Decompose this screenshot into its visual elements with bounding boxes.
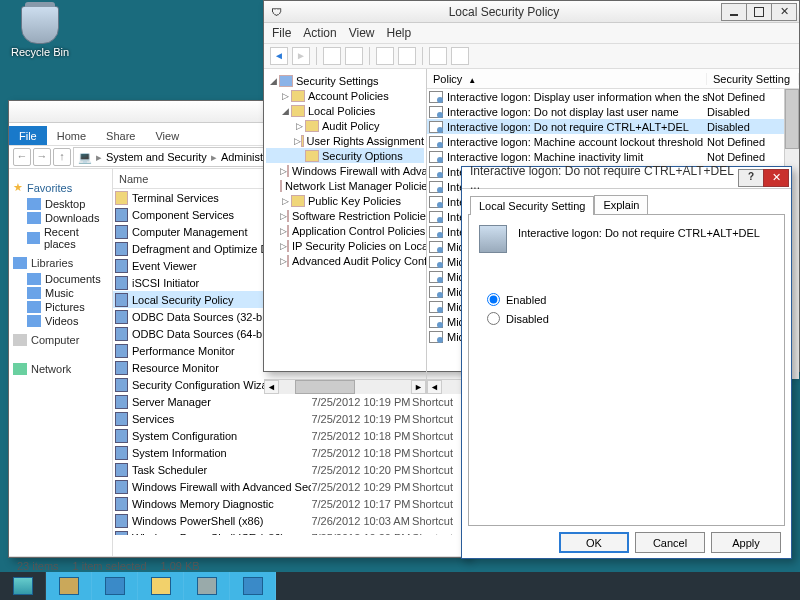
menu-help[interactable]: Help (387, 26, 412, 40)
expand-icon[interactable]: ▷ (294, 121, 305, 131)
list-item[interactable]: Server Manager7/25/2012 10:19 PMShortcut (113, 393, 467, 410)
policy-row[interactable]: Interactive logon: Machine account locko… (427, 134, 799, 149)
tree-node[interactable]: ▷Windows Firewall with Advan (266, 163, 424, 178)
policy-icon (429, 106, 443, 118)
taskbar-powershell[interactable] (92, 572, 138, 600)
expand-icon[interactable]: ▷ (280, 211, 287, 221)
list-item[interactable]: System Configuration7/25/2012 10:18 PMSh… (113, 427, 467, 444)
expand-icon[interactable]: ▷ (280, 256, 287, 266)
toolbar-back-button[interactable] (270, 47, 288, 65)
tree-node[interactable]: ▷Audit Policy (266, 118, 424, 133)
tree-horizontal-scrollbar[interactable]: ◄► (264, 379, 426, 394)
list-item[interactable]: Windows Firewall with Advanced Security7… (113, 478, 467, 495)
breadcrumb-seg-2[interactable]: Administ (221, 151, 263, 163)
nav-item-icon (27, 273, 41, 285)
taskbar-server-manager[interactable] (46, 572, 92, 600)
ok-button[interactable]: OK (559, 532, 629, 553)
expand-icon[interactable]: ▷ (280, 166, 287, 176)
toolbar-btn[interactable] (345, 47, 363, 65)
nav-item[interactable]: Desktop (13, 197, 108, 211)
list-item[interactable]: Services7/25/2012 10:19 PMShortcut (113, 410, 467, 427)
tree-node[interactable]: ▷Public Key Policies (266, 193, 424, 208)
radio-enabled[interactable]: Enabled (487, 293, 774, 306)
policy-row[interactable]: Interactive logon: Machine inactivity li… (427, 149, 799, 164)
toolbar-btn[interactable] (323, 47, 341, 65)
nav-computer[interactable]: Computer (13, 334, 108, 346)
nav-up-button[interactable]: ↑ (53, 148, 71, 166)
tab-home[interactable]: Home (47, 126, 96, 145)
taskbar-item[interactable] (230, 572, 276, 600)
help-button[interactable] (738, 169, 764, 187)
policy-icon (429, 331, 443, 343)
tree-node[interactable]: ◢Local Policies (266, 103, 424, 118)
tree-node[interactable]: ▷Software Restriction Policies (266, 208, 424, 223)
cancel-button[interactable]: Cancel (635, 532, 705, 553)
expand-icon[interactable]: ◢ (268, 76, 279, 86)
nav-forward-button[interactable]: → (33, 148, 51, 166)
column-header-setting[interactable]: Security Setting (707, 73, 799, 85)
maximize-button[interactable] (746, 3, 772, 21)
nav-item[interactable]: Videos (13, 314, 108, 328)
list-item[interactable]: Windows PowerShell (x86)7/26/2012 10:03 … (113, 512, 467, 529)
expand-icon[interactable]: ▷ (294, 136, 301, 146)
taskbar-explorer[interactable] (138, 572, 184, 600)
nav-back-button[interactable]: ← (13, 148, 31, 166)
menu-file[interactable]: File (272, 26, 291, 40)
item-icon (115, 361, 128, 375)
toolbar (264, 44, 799, 69)
policy-row[interactable]: Interactive logon: Do not require CTRL+A… (427, 119, 799, 134)
list-item[interactable]: Windows PowerShell ISE (x86)7/25/2012 10… (113, 529, 467, 535)
expand-icon[interactable]: ▷ (280, 196, 291, 206)
nav-item[interactable]: Downloads (13, 211, 108, 225)
column-header-policy[interactable]: Policy▲ (427, 73, 707, 85)
nav-item[interactable]: Music (13, 286, 108, 300)
expand-icon[interactable]: ◢ (280, 106, 291, 116)
menu-view[interactable]: View (349, 26, 375, 40)
nav-item[interactable]: Pictures (13, 300, 108, 314)
list-item[interactable]: System Information7/25/2012 10:18 PMShor… (113, 444, 467, 461)
policy-heading: Interactive logon: Do not require CTRL+A… (518, 225, 760, 239)
taskbar-secpol[interactable] (184, 572, 230, 600)
toolbar-btn[interactable] (451, 47, 469, 65)
start-button[interactable] (0, 572, 46, 600)
nav-favorites-header[interactable]: ★Favorites (13, 181, 108, 194)
nav-item[interactable]: Documents (13, 272, 108, 286)
nav-network[interactable]: Network (13, 363, 108, 375)
recycle-bin[interactable]: Recycle Bin (10, 6, 70, 58)
breadcrumb-seg-1[interactable]: System and Security (106, 151, 207, 163)
expand-icon[interactable]: ▷ (280, 226, 287, 236)
policy-row[interactable]: Interactive logon: Display user informat… (427, 89, 799, 104)
toolbar-btn[interactable] (398, 47, 416, 65)
toolbar-forward-button[interactable] (292, 47, 310, 65)
radio-disabled[interactable]: Disabled (487, 312, 774, 325)
close-button[interactable] (763, 169, 789, 187)
tree-node[interactable]: Security Options (266, 148, 424, 163)
expand-icon[interactable]: ▷ (280, 241, 287, 251)
close-button[interactable] (771, 3, 797, 21)
list-item[interactable]: Task Scheduler7/25/2012 10:20 PMShortcut (113, 461, 467, 478)
expand-icon[interactable]: ▷ (280, 91, 291, 101)
menu-action[interactable]: Action (303, 26, 336, 40)
tree-node[interactable]: ▷IP Security Policies on Local C (266, 238, 424, 253)
tab-local-security-setting[interactable]: Local Security Setting (470, 196, 594, 215)
minimize-button[interactable] (721, 3, 747, 21)
policy-icon (429, 286, 443, 298)
list-item[interactable]: Windows Memory Diagnostic7/25/2012 10:17… (113, 495, 467, 512)
tab-file[interactable]: File (9, 126, 47, 145)
nav-item[interactable]: Recent places (13, 225, 108, 251)
tab-share[interactable]: Share (96, 126, 145, 145)
apply-button[interactable]: Apply (711, 532, 781, 553)
tab-explain[interactable]: Explain (594, 195, 648, 214)
recycle-bin-icon (21, 6, 59, 44)
tree-node[interactable]: ▷User Rights Assignment (266, 133, 424, 148)
toolbar-btn[interactable] (376, 47, 394, 65)
tree-node[interactable]: ▷Application Control Policies (266, 223, 424, 238)
tree-node[interactable]: ◢Security Settings (266, 73, 424, 88)
tab-view[interactable]: View (145, 126, 189, 145)
nav-libraries-header[interactable]: Libraries (13, 257, 108, 269)
tree-node[interactable]: ▷Advanced Audit Policy Confi (266, 253, 424, 268)
toolbar-btn[interactable] (429, 47, 447, 65)
tree-node[interactable]: ▷Account Policies (266, 88, 424, 103)
tree-node[interactable]: Network List Manager Policie (266, 178, 424, 193)
policy-row[interactable]: Interactive logon: Do not display last u… (427, 104, 799, 119)
